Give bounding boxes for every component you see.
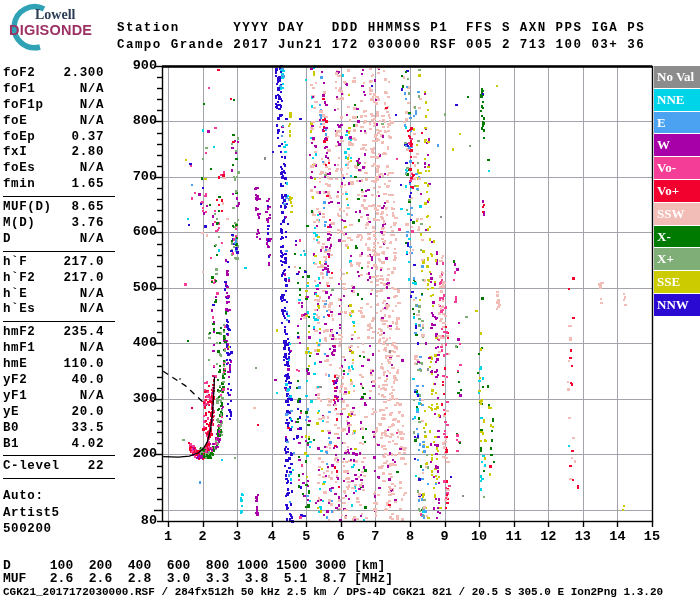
autoscaling-info-line: Artist5 (3, 505, 117, 522)
param-group-divider (3, 321, 115, 322)
param-label: B1 (3, 437, 19, 453)
x-tick-label: 15 (637, 529, 667, 544)
param-label: C-level (3, 459, 60, 475)
param-row: foF1N/A (3, 82, 104, 98)
param-label: foF2 (3, 66, 35, 82)
x-tick-label: 6 (326, 529, 356, 544)
legend-item-nne: NNE (654, 89, 700, 111)
param-label: h`F (3, 255, 27, 271)
x-tick-label: 11 (499, 529, 529, 544)
legend-item-ssw: SSW (654, 203, 700, 225)
param-row: hmE110.0 (3, 357, 104, 373)
param-row: yE20.0 (3, 405, 104, 421)
param-value: 2.80 (72, 145, 104, 161)
param-label: yE (3, 405, 19, 421)
legend-item-x+: X+ (654, 248, 700, 270)
param-label: foEs (3, 161, 35, 177)
param-group-divider (3, 478, 115, 479)
param-value: 217.0 (63, 271, 104, 287)
param-row: yF240.0 (3, 373, 104, 389)
param-value: 1.65 (72, 177, 104, 193)
param-value: N/A (80, 287, 104, 303)
param-row: foEp0.37 (3, 130, 104, 146)
x-tick-label: 8 (395, 529, 425, 544)
y-tick-label: 500 (111, 280, 157, 295)
y-tick-label: 700 (111, 169, 157, 184)
param-value: 110.0 (63, 357, 104, 373)
legend-item-nnw: NNW (654, 294, 700, 316)
param-value: 0.37 (72, 130, 104, 146)
param-row: DN/A (3, 232, 104, 248)
param-row: foF1pN/A (3, 98, 104, 114)
param-value: 2.300 (63, 66, 104, 82)
param-group-divider (3, 196, 115, 197)
param-label: B0 (3, 421, 19, 437)
status-line: CGK21_2017172030000.RSF / 284fx512h 50 k… (3, 587, 663, 598)
y-tick-label: 200 (111, 446, 157, 461)
scaled-parameters-panel: foF22.300foF1N/AfoF1pN/AfoEN/AfoEp0.37fx… (3, 66, 117, 538)
param-value: 40.0 (72, 373, 104, 389)
param-row: foEN/A (3, 114, 104, 130)
param-row: foEsN/A (3, 161, 104, 177)
param-label: foF1p (3, 98, 44, 114)
param-label: h`F2 (3, 271, 35, 287)
param-row: hmF1N/A (3, 341, 104, 357)
x-tick-label: 14 (602, 529, 632, 544)
legend-item-e: E (654, 112, 700, 134)
param-row: h`F217.0 (3, 255, 104, 271)
y-tick-label: 300 (111, 391, 157, 406)
y-tick-label: 600 (111, 224, 157, 239)
legend-item-vo-: Vo- (654, 157, 700, 179)
param-group-divider (3, 251, 115, 252)
autoscaling-info-line: Auto: (3, 488, 117, 505)
param-value: 20.0 (72, 405, 104, 421)
param-value: N/A (80, 98, 104, 114)
param-label: hmF2 (3, 325, 35, 341)
legend-item-noval: No Val (654, 66, 700, 88)
param-row: fxI2.80 (3, 145, 104, 161)
param-label: h`E (3, 287, 27, 303)
x-tick-label: 13 (568, 529, 598, 544)
x-tick-label: 1 (153, 529, 183, 544)
param-label: yF1 (3, 389, 27, 405)
param-row: h`EN/A (3, 287, 104, 303)
param-value: N/A (80, 82, 104, 98)
param-value: 217.0 (63, 255, 104, 271)
param-label: hmE (3, 357, 27, 373)
param-value: 22 (88, 459, 104, 475)
param-row: h`F2217.0 (3, 271, 104, 287)
autoscaling-info-line: 500200 (3, 521, 117, 538)
param-label: foF1 (3, 82, 35, 98)
header-column-titles: Station YYYY DAY DDD HHMMSS P1 FFS S AXN… (117, 20, 645, 37)
param-label: h`Es (3, 302, 35, 318)
param-value: 8.65 (72, 200, 104, 216)
param-value: N/A (80, 341, 104, 357)
param-row: fmin1.65 (3, 177, 104, 193)
param-row: M(D)3.76 (3, 216, 104, 232)
param-row: hmF2235.4 (3, 325, 104, 341)
legend-item-x-: X- (654, 226, 700, 248)
param-value: N/A (80, 232, 104, 248)
param-row: C-level22 (3, 459, 104, 475)
param-row: yF1N/A (3, 389, 104, 405)
logo-digisonde-text: DIGISONDE (9, 22, 92, 38)
direction-color-legend: No ValNNEEWVo-Vo+SSWX-X+SSENNW (654, 66, 700, 317)
x-tick-label: 12 (533, 529, 563, 544)
x-tick-label: 5 (291, 529, 321, 544)
param-label: fxI (3, 145, 27, 161)
x-tick-label: 7 (360, 529, 390, 544)
y-tick-label: 900 (111, 58, 157, 73)
param-row: h`EsN/A (3, 302, 104, 318)
x-tick-label: 4 (257, 529, 287, 544)
param-row: B14.02 (3, 437, 104, 453)
legend-item-sse: SSE (654, 271, 700, 293)
legend-item-w: W (654, 134, 700, 156)
muf-scale-row: MUF 2.6 2.6 2.8 3.0 3.3 3.8 5.1 8.7 [MHz… (3, 572, 393, 585)
param-value: N/A (80, 389, 104, 405)
param-label: D (3, 232, 11, 248)
param-row: foF22.300 (3, 66, 104, 82)
legend-item-vo+: Vo+ (654, 180, 700, 202)
autoscaling-info: Auto:Artist5500200 (3, 488, 117, 538)
param-value: 235.4 (63, 325, 104, 341)
param-value: N/A (80, 302, 104, 318)
